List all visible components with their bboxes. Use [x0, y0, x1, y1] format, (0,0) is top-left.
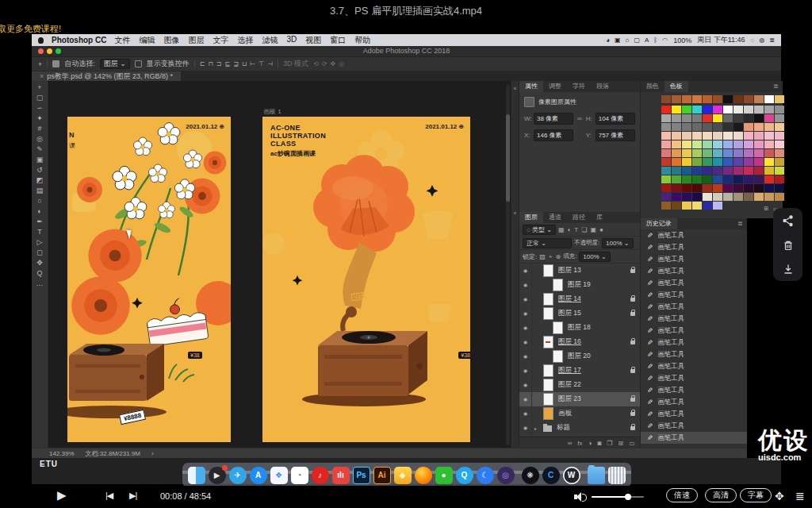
color-swatch[interactable]	[764, 175, 774, 183]
color-swatch[interactable]	[764, 114, 774, 122]
panel-tab[interactable]: 调整	[543, 81, 567, 92]
color-swatch[interactable]	[764, 167, 774, 175]
layer-name[interactable]: 图层 15	[558, 309, 581, 318]
color-swatch[interactable]	[672, 95, 681, 103]
dock-app-icon[interactable]	[188, 467, 205, 484]
color-swatch[interactable]	[713, 123, 722, 131]
tool-icon[interactable]: ▢	[36, 93, 44, 103]
color-swatch[interactable]	[723, 140, 733, 148]
color-swatch[interactable]	[682, 140, 691, 148]
dock-app-icon[interactable]	[518, 468, 519, 483]
previous-button[interactable]: |◀	[105, 491, 113, 501]
3d-mode-icon[interactable]: ◎	[339, 60, 344, 67]
width-field[interactable]: 38 像素	[534, 113, 573, 125]
color-swatch[interactable]	[733, 123, 743, 131]
color-swatch[interactable]	[672, 202, 681, 210]
color-swatch[interactable]	[703, 95, 712, 103]
history-entry[interactable]: ✎ 画笔工具	[641, 432, 747, 444]
color-swatch[interactable]	[775, 175, 784, 183]
delete-icon[interactable]	[783, 239, 794, 252]
apple-icon[interactable]	[38, 37, 44, 44]
layer-name[interactable]: 图层 19	[568, 280, 591, 290]
menu-item[interactable]: 图像	[163, 35, 179, 46]
color-swatch[interactable]	[764, 132, 774, 140]
layer-row[interactable]: ◉ 图层 20	[519, 349, 640, 364]
history-entry[interactable]: ✎ 画笔工具	[641, 408, 747, 420]
auto-select-dropdown[interactable]: 图层 ⌄	[100, 59, 130, 69]
link-dimensions-icon[interactable]: ∞	[577, 115, 582, 122]
color-swatch[interactable]	[672, 184, 681, 192]
menu-item[interactable]: 滤镜	[262, 35, 278, 46]
layer-row[interactable]: ◉ 图层 13	[519, 264, 640, 278]
close-window-button[interactable]	[38, 48, 44, 54]
y-field[interactable]: 757 像素	[596, 129, 635, 141]
swatch-action-icon[interactable]: ⊞	[764, 206, 768, 212]
layer-visibility-icon[interactable]: ◉	[519, 264, 532, 278]
lock-option-icon[interactable]: ⊕	[555, 253, 561, 260]
color-swatch[interactable]	[733, 202, 743, 210]
dock-app-icon[interactable]: Q	[456, 467, 473, 484]
lock-option-icon[interactable]: +	[549, 253, 553, 260]
color-swatch[interactable]	[672, 123, 681, 131]
color-swatch[interactable]	[775, 184, 784, 192]
filter-icon[interactable]: ▦	[558, 226, 565, 233]
artboard-label[interactable]: 画板 1	[263, 107, 282, 116]
color-swatch[interactable]	[744, 202, 753, 210]
status-icon[interactable]: ▢	[634, 37, 640, 44]
color-swatch[interactable]	[672, 193, 681, 201]
layer-row[interactable]: ◉ ▸ 标题	[519, 421, 640, 435]
align-icon[interactable]: ⊐	[216, 60, 222, 67]
tool-icon[interactable]: ▣	[36, 155, 44, 165]
layer-visibility-icon[interactable]: ◉	[519, 364, 532, 378]
layer-row[interactable]: ◉ 图层 17	[519, 364, 640, 378]
layer-visibility-icon[interactable]: ◉	[519, 292, 532, 306]
layer-visibility-icon[interactable]: ◉	[519, 321, 532, 335]
zoom-level[interactable]: 142.39%	[49, 450, 75, 457]
volume-icon[interactable]	[574, 492, 585, 502]
color-swatch[interactable]	[661, 95, 671, 103]
layer-row[interactable]: ◉ 图层 16	[519, 335, 640, 349]
layer-visibility-icon[interactable]: ◉	[519, 278, 532, 292]
scrollbar-thumb[interactable]	[506, 114, 510, 202]
color-swatch[interactable]	[744, 158, 753, 166]
close-tab-icon[interactable]: ×	[40, 72, 44, 80]
color-swatch[interactable]	[682, 106, 691, 114]
layer-action-icon[interactable]: ◑	[588, 440, 592, 447]
blend-mode-dropdown[interactable]: 正常 ⌄	[523, 238, 572, 248]
color-swatch[interactable]	[733, 184, 743, 192]
color-swatch[interactable]	[692, 175, 702, 183]
history-entry[interactable]: ✎ 画笔工具	[641, 265, 747, 277]
dock-app-icon[interactable]: ▶	[209, 467, 226, 484]
tool-icon[interactable]: T	[37, 227, 42, 237]
menu-item[interactable]: 图层	[188, 35, 204, 46]
auto-select-checkbox[interactable]	[52, 60, 59, 67]
color-swatch[interactable]	[703, 114, 712, 122]
dock-app-icon[interactable]: ❋	[522, 467, 539, 484]
color-swatch[interactable]	[723, 184, 733, 192]
color-swatch[interactable]	[672, 106, 681, 114]
color-swatch[interactable]	[744, 106, 753, 114]
align-icon[interactable]: ⊔	[242, 60, 247, 67]
dock-app-icon[interactable]	[608, 467, 626, 484]
color-swatch[interactable]	[661, 158, 671, 166]
panel-tab[interactable]: 属性	[519, 81, 543, 92]
opacity-dropdown[interactable]: 100% ⌄	[602, 238, 633, 248]
dock-app-icon[interactable]: ◆	[394, 467, 412, 484]
align-icon[interactable]: ⊤	[259, 60, 264, 67]
color-swatch[interactable]	[744, 149, 753, 157]
tool-icon[interactable]: ▷	[37, 237, 43, 248]
panel-tab[interactable]: 颜色	[641, 81, 665, 92]
dock-app-icon[interactable]: A	[250, 467, 267, 484]
panel-menu-icon[interactable]: ≣	[769, 81, 783, 92]
color-swatch[interactable]	[733, 114, 743, 122]
color-swatch[interactable]	[744, 123, 753, 131]
color-swatch[interactable]	[713, 149, 722, 157]
color-swatch[interactable]	[713, 167, 722, 175]
share-icon[interactable]	[782, 214, 794, 227]
layer-action-icon[interactable]: ◙	[597, 440, 601, 447]
color-swatch[interactable]	[713, 140, 722, 148]
collapse-panel-icon[interactable]: «	[514, 210, 517, 216]
status-icon[interactable]: ▣	[615, 37, 621, 44]
color-swatch[interactable]	[682, 167, 691, 175]
color-swatch[interactable]	[713, 193, 722, 201]
